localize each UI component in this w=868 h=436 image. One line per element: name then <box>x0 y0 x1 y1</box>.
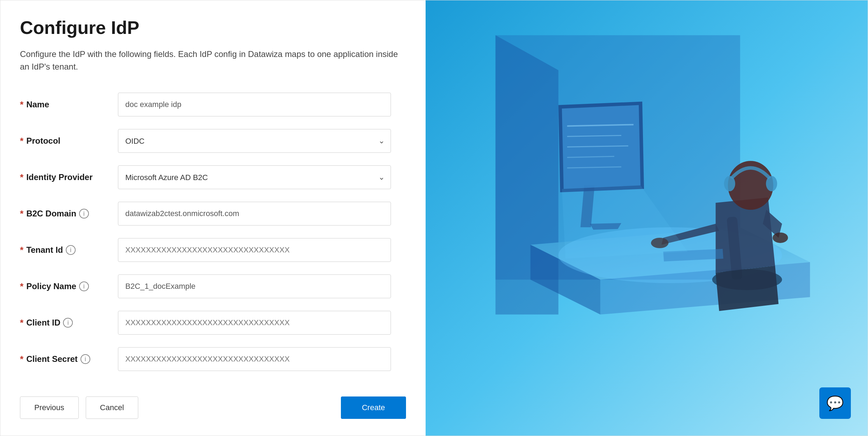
svg-point-26 <box>766 176 777 191</box>
b2c-domain-input[interactable] <box>118 202 391 226</box>
policy-name-required: * <box>20 281 23 292</box>
policy-name-info-icon[interactable]: i <box>79 281 89 291</box>
cancel-button[interactable]: Cancel <box>86 396 138 419</box>
create-button[interactable]: Create <box>341 396 406 419</box>
illustration-section: 💬 <box>426 0 868 436</box>
b2c-domain-label-text: B2C Domain <box>26 209 76 219</box>
identity-provider-select-wrapper: Microsoft Azure AD B2C Microsoft Azure A… <box>118 165 391 189</box>
page-description: Configure the IdP with the following fie… <box>20 48 406 73</box>
form-section: Configure IdP Configure the IdP with the… <box>0 0 426 436</box>
tenant-id-label: * Tenant Id i <box>20 245 118 256</box>
protocol-label: * Protocol <box>20 136 118 146</box>
tenant-id-required: * <box>20 245 23 256</box>
client-secret-input[interactable] <box>118 347 391 371</box>
name-label: * Name <box>20 99 118 110</box>
chat-button[interactable]: 💬 <box>819 387 851 419</box>
name-row: * Name <box>20 93 406 116</box>
policy-name-row: * Policy Name i <box>20 274 406 298</box>
protocol-select[interactable]: OIDC SAML <box>118 129 391 153</box>
protocol-label-text: Protocol <box>26 136 60 146</box>
client-secret-label-text: Client Secret <box>26 354 78 364</box>
client-secret-row: * Client Secret i <box>20 347 406 371</box>
identity-provider-row: * Identity Provider Microsoft Azure AD B… <box>20 165 406 189</box>
b2c-domain-label: * B2C Domain i <box>20 208 118 219</box>
protocol-select-wrapper: OIDC SAML ⌄ <box>118 129 391 153</box>
client-secret-label: * Client Secret i <box>20 354 118 365</box>
policy-name-input[interactable] <box>118 274 391 298</box>
client-id-label: * Client ID i <box>20 317 118 328</box>
client-id-input[interactable] <box>118 311 391 335</box>
protocol-row: * Protocol OIDC SAML ⌄ <box>20 129 406 153</box>
identity-provider-label: * Identity Provider <box>20 172 118 183</box>
client-id-row: * Client ID i <box>20 311 406 335</box>
svg-point-25 <box>724 176 735 191</box>
chat-icon: 💬 <box>826 395 844 412</box>
policy-name-label-text: Policy Name <box>26 281 76 291</box>
client-secret-info-icon[interactable]: i <box>80 354 90 364</box>
name-input[interactable] <box>118 93 391 116</box>
b2c-domain-row: * B2C Domain i <box>20 202 406 226</box>
protocol-required: * <box>20 136 23 146</box>
illustration-svg <box>426 0 868 436</box>
svg-point-23 <box>772 233 788 243</box>
identity-provider-select[interactable]: Microsoft Azure AD B2C Microsoft Azure A… <box>118 165 391 189</box>
policy-name-label: * Policy Name i <box>20 281 118 292</box>
b2c-domain-info-icon[interactable]: i <box>79 209 89 219</box>
name-required: * <box>20 99 23 110</box>
tenant-id-info-icon[interactable]: i <box>66 245 76 255</box>
name-label-text: Name <box>26 100 49 109</box>
client-id-label-text: Client ID <box>26 318 60 328</box>
client-id-required: * <box>20 317 23 328</box>
b2c-domain-required: * <box>20 208 23 219</box>
page-title: Configure IdP <box>20 17 406 38</box>
tenant-id-row: * Tenant Id i <box>20 238 406 262</box>
identity-provider-required: * <box>20 172 23 183</box>
previous-button[interactable]: Previous <box>20 396 79 419</box>
footer-buttons: Previous Cancel Create <box>20 396 406 419</box>
identity-provider-label-text: Identity Provider <box>26 172 92 182</box>
client-id-info-icon[interactable]: i <box>63 318 73 328</box>
tenant-id-input[interactable] <box>118 238 391 262</box>
tenant-id-label-text: Tenant Id <box>26 245 63 255</box>
svg-marker-18 <box>716 266 779 311</box>
client-secret-required: * <box>20 354 23 365</box>
form-body: * Name * Protocol OIDC SAML ⌄ <box>20 93 406 385</box>
